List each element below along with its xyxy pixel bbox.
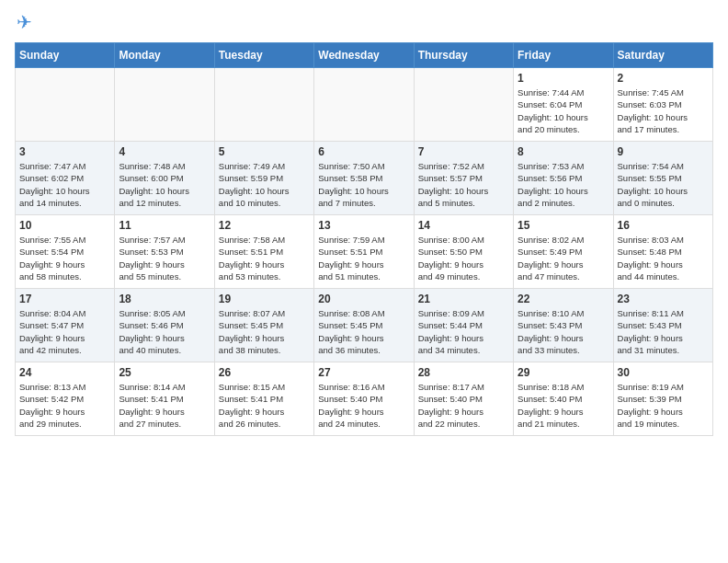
- day-info: Sunrise: 8:13 AM Sunset: 5:42 PM Dayligh…: [19, 381, 110, 430]
- day-info: Sunrise: 8:19 AM Sunset: 5:39 PM Dayligh…: [618, 381, 709, 430]
- day-info: Sunrise: 8:07 AM Sunset: 5:45 PM Dayligh…: [219, 307, 310, 356]
- weekday-header-tuesday: Tuesday: [214, 43, 313, 68]
- day-number: 12: [219, 219, 310, 232]
- day-number: 8: [518, 145, 609, 158]
- calendar-cell: 28Sunrise: 8:17 AM Sunset: 5:40 PM Dayli…: [414, 362, 513, 436]
- calendar-cell: 12Sunrise: 7:58 AM Sunset: 5:51 PM Dayli…: [214, 215, 313, 289]
- day-info: Sunrise: 8:08 AM Sunset: 5:45 PM Dayligh…: [318, 307, 409, 356]
- calendar-week-2: 3Sunrise: 7:47 AM Sunset: 6:02 PM Daylig…: [16, 142, 713, 215]
- day-number: 4: [119, 145, 210, 158]
- day-number: 20: [318, 293, 409, 305]
- calendar-cell: [214, 68, 313, 142]
- day-info: Sunrise: 7:45 AM Sunset: 6:03 PM Dayligh…: [618, 86, 709, 135]
- calendar-cell: 18Sunrise: 8:05 AM Sunset: 5:46 PM Dayli…: [115, 289, 214, 362]
- calendar-cell: 13Sunrise: 7:59 AM Sunset: 5:51 PM Dayli…: [314, 215, 414, 289]
- day-number: 29: [518, 366, 609, 379]
- weekday-header-saturday: Saturday: [613, 43, 712, 68]
- calendar-cell: 11Sunrise: 7:57 AM Sunset: 5:53 PM Dayli…: [115, 215, 214, 289]
- day-number: 28: [418, 366, 509, 379]
- day-number: 26: [219, 366, 310, 379]
- day-number: 3: [19, 145, 110, 158]
- day-info: Sunrise: 7:44 AM Sunset: 6:04 PM Dayligh…: [518, 86, 609, 135]
- calendar-cell: 29Sunrise: 8:18 AM Sunset: 5:40 PM Dayli…: [514, 362, 613, 436]
- day-number: 23: [618, 293, 709, 305]
- calendar-cell: 15Sunrise: 8:02 AM Sunset: 5:49 PM Dayli…: [514, 215, 613, 289]
- day-info: Sunrise: 7:48 AM Sunset: 6:00 PM Dayligh…: [119, 160, 210, 209]
- calendar-table: SundayMondayTuesdayWednesdayThursdayFrid…: [15, 42, 713, 436]
- page-header: ✈: [15, 15, 713, 33]
- calendar-cell: 8Sunrise: 7:53 AM Sunset: 5:56 PM Daylig…: [514, 142, 613, 215]
- calendar-cell: 26Sunrise: 8:15 AM Sunset: 5:41 PM Dayli…: [214, 362, 313, 436]
- day-number: 5: [219, 145, 310, 158]
- day-number: 24: [19, 366, 110, 379]
- calendar-week-5: 24Sunrise: 8:13 AM Sunset: 5:42 PM Dayli…: [16, 362, 713, 436]
- day-number: 7: [418, 145, 509, 158]
- day-info: Sunrise: 8:14 AM Sunset: 5:41 PM Dayligh…: [119, 381, 210, 430]
- calendar-cell: 20Sunrise: 8:08 AM Sunset: 5:45 PM Dayli…: [314, 289, 414, 362]
- day-info: Sunrise: 8:09 AM Sunset: 5:44 PM Dayligh…: [418, 307, 509, 356]
- day-info: Sunrise: 8:03 AM Sunset: 5:48 PM Dayligh…: [618, 234, 709, 282]
- calendar-cell: 4Sunrise: 7:48 AM Sunset: 6:00 PM Daylig…: [115, 142, 214, 215]
- day-number: 19: [219, 293, 310, 305]
- day-number: 18: [119, 293, 210, 305]
- day-info: Sunrise: 8:04 AM Sunset: 5:47 PM Dayligh…: [19, 307, 110, 356]
- weekday-header-monday: Monday: [115, 43, 214, 68]
- weekday-header-wednesday: Wednesday: [314, 43, 414, 68]
- calendar-cell: 7Sunrise: 7:52 AM Sunset: 5:57 PM Daylig…: [414, 142, 513, 215]
- calendar-cell: 9Sunrise: 7:54 AM Sunset: 5:55 PM Daylig…: [613, 142, 712, 215]
- day-info: Sunrise: 8:11 AM Sunset: 5:43 PM Dayligh…: [618, 307, 709, 356]
- calendar-cell: [115, 68, 214, 142]
- calendar-cell: 6Sunrise: 7:50 AM Sunset: 5:58 PM Daylig…: [314, 142, 414, 215]
- day-info: Sunrise: 8:05 AM Sunset: 5:46 PM Dayligh…: [119, 307, 210, 356]
- calendar-cell: 10Sunrise: 7:55 AM Sunset: 5:54 PM Dayli…: [16, 215, 115, 289]
- calendar-cell: [314, 68, 414, 142]
- calendar-cell: [16, 68, 115, 142]
- logo-bird-icon: ✈: [17, 11, 32, 33]
- day-info: Sunrise: 8:00 AM Sunset: 5:50 PM Dayligh…: [418, 234, 509, 282]
- day-number: 6: [318, 145, 409, 158]
- day-number: 1: [518, 72, 609, 85]
- calendar-cell: 5Sunrise: 7:49 AM Sunset: 5:59 PM Daylig…: [214, 142, 313, 215]
- weekday-header-sunday: Sunday: [16, 43, 115, 68]
- weekday-header-row: SundayMondayTuesdayWednesdayThursdayFrid…: [16, 43, 713, 68]
- calendar-cell: 2Sunrise: 7:45 AM Sunset: 6:03 PM Daylig…: [613, 68, 712, 142]
- day-number: 16: [618, 219, 709, 232]
- day-info: Sunrise: 7:58 AM Sunset: 5:51 PM Dayligh…: [219, 234, 310, 282]
- day-number: 22: [518, 293, 609, 305]
- calendar-cell: [414, 68, 513, 142]
- calendar-cell: 16Sunrise: 8:03 AM Sunset: 5:48 PM Dayli…: [613, 215, 712, 289]
- calendar-week-3: 10Sunrise: 7:55 AM Sunset: 5:54 PM Dayli…: [16, 215, 713, 289]
- day-number: 11: [119, 219, 210, 232]
- weekday-header-friday: Friday: [514, 43, 613, 68]
- day-info: Sunrise: 7:53 AM Sunset: 5:56 PM Dayligh…: [518, 160, 609, 209]
- calendar-week-1: 1Sunrise: 7:44 AM Sunset: 6:04 PM Daylig…: [16, 68, 713, 142]
- day-info: Sunrise: 7:55 AM Sunset: 5:54 PM Dayligh…: [19, 234, 110, 282]
- calendar-cell: 22Sunrise: 8:10 AM Sunset: 5:43 PM Dayli…: [514, 289, 613, 362]
- day-info: Sunrise: 8:16 AM Sunset: 5:40 PM Dayligh…: [318, 381, 409, 430]
- calendar-cell: 21Sunrise: 8:09 AM Sunset: 5:44 PM Dayli…: [414, 289, 513, 362]
- day-number: 30: [618, 366, 709, 379]
- day-info: Sunrise: 7:52 AM Sunset: 5:57 PM Dayligh…: [418, 160, 509, 209]
- day-info: Sunrise: 7:57 AM Sunset: 5:53 PM Dayligh…: [119, 234, 210, 282]
- day-info: Sunrise: 8:02 AM Sunset: 5:49 PM Dayligh…: [518, 234, 609, 282]
- calendar-cell: 14Sunrise: 8:00 AM Sunset: 5:50 PM Dayli…: [414, 215, 513, 289]
- day-number: 27: [318, 366, 409, 379]
- day-info: Sunrise: 7:54 AM Sunset: 5:55 PM Dayligh…: [618, 160, 709, 209]
- calendar-cell: 1Sunrise: 7:44 AM Sunset: 6:04 PM Daylig…: [514, 68, 613, 142]
- calendar-cell: 24Sunrise: 8:13 AM Sunset: 5:42 PM Dayli…: [16, 362, 115, 436]
- calendar-cell: 19Sunrise: 8:07 AM Sunset: 5:45 PM Dayli…: [214, 289, 313, 362]
- day-number: 15: [518, 219, 609, 232]
- calendar-cell: 30Sunrise: 8:19 AM Sunset: 5:39 PM Dayli…: [613, 362, 712, 436]
- day-number: 14: [418, 219, 509, 232]
- day-number: 10: [19, 219, 110, 232]
- day-info: Sunrise: 8:10 AM Sunset: 5:43 PM Dayligh…: [518, 307, 609, 356]
- calendar-cell: 27Sunrise: 8:16 AM Sunset: 5:40 PM Dayli…: [314, 362, 414, 436]
- day-info: Sunrise: 8:15 AM Sunset: 5:41 PM Dayligh…: [219, 381, 310, 430]
- day-info: Sunrise: 7:47 AM Sunset: 6:02 PM Dayligh…: [19, 160, 110, 209]
- day-number: 25: [119, 366, 210, 379]
- calendar-cell: 23Sunrise: 8:11 AM Sunset: 5:43 PM Dayli…: [613, 289, 712, 362]
- day-number: 21: [418, 293, 509, 305]
- day-number: 9: [618, 145, 709, 158]
- day-number: 2: [618, 72, 709, 85]
- calendar-cell: 17Sunrise: 8:04 AM Sunset: 5:47 PM Dayli…: [16, 289, 115, 362]
